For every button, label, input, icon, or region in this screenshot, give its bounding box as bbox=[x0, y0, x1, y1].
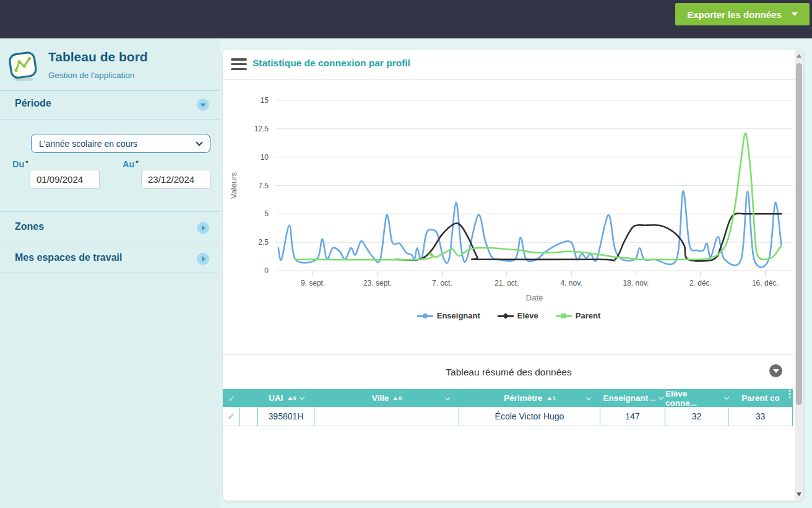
column-header-ville[interactable]: Ville 0 bbox=[314, 389, 459, 407]
svg-text:2.5: 2.5 bbox=[258, 238, 269, 247]
svg-text:Valeurs: Valeurs bbox=[229, 172, 238, 199]
legend-label: Enseignant bbox=[437, 311, 480, 320]
legend-label: Parent bbox=[576, 311, 600, 320]
sort-asc-icon bbox=[288, 396, 293, 400]
chart-menu-icon[interactable] bbox=[231, 58, 247, 70]
sort-order: 0 bbox=[293, 395, 296, 401]
du-label: Du* bbox=[12, 159, 28, 169]
table-collapse-button[interactable] bbox=[769, 364, 782, 377]
svg-text:18. nov.: 18. nov. bbox=[623, 279, 649, 287]
select-all-column-header[interactable]: ✓ bbox=[223, 389, 240, 407]
periode-select[interactable]: L'année scolaire en cours bbox=[31, 134, 210, 153]
check-icon: ✓ bbox=[227, 411, 235, 422]
svg-text:5: 5 bbox=[264, 209, 269, 218]
divider bbox=[0, 242, 220, 242]
chevron-right-icon bbox=[202, 225, 205, 231]
svg-text:0: 0 bbox=[264, 266, 269, 275]
cell-parent: 33 bbox=[728, 407, 793, 426]
svg-text:10: 10 bbox=[261, 153, 269, 162]
section-periode-toggle[interactable] bbox=[197, 99, 209, 111]
svg-text:Date: Date bbox=[526, 293, 543, 302]
scroll-up-icon[interactable] bbox=[797, 54, 801, 58]
page-subtitle: Gestion de l'application bbox=[48, 71, 134, 80]
chevron-right-icon bbox=[202, 256, 205, 262]
dashboard-app-icon bbox=[9, 51, 40, 82]
svg-text:21. oct.: 21. oct. bbox=[495, 279, 519, 287]
filter-chevron-icon[interactable] bbox=[445, 395, 450, 400]
legend-marker-icon bbox=[417, 313, 433, 319]
column-header-uai[interactable]: UAI 0 bbox=[258, 389, 314, 407]
export-data-button[interactable]: Exporter les données bbox=[675, 3, 810, 25]
scroll-down-icon[interactable] bbox=[797, 493, 801, 496]
legend-marker-icon bbox=[498, 313, 514, 319]
column-header-parent[interactable]: Parent co ⋮ bbox=[728, 389, 793, 407]
sort-order: 0 bbox=[399, 395, 402, 401]
cell-eleve: 32 bbox=[665, 407, 728, 426]
table-header-row: ✓ UAI 0 Ville 0 Périmètre 1 Enseignant .… bbox=[223, 389, 793, 407]
svg-text:9. sept.: 9. sept. bbox=[301, 279, 325, 287]
check-icon: ✓ bbox=[228, 393, 235, 403]
legend-label: Elève bbox=[517, 311, 538, 320]
chart-legend: EnseignantElèveParent bbox=[223, 311, 795, 320]
svg-text:23. sept.: 23. sept. bbox=[363, 279, 392, 287]
page-title: Tableau de bord bbox=[48, 50, 148, 64]
filter-chevron-icon[interactable] bbox=[658, 395, 663, 400]
cell-enseignant: 147 bbox=[600, 407, 665, 426]
cell-uai: 395801H bbox=[258, 407, 314, 426]
divider bbox=[0, 90, 220, 90]
sort-asc-icon bbox=[393, 396, 398, 400]
column-header-enseignant[interactable]: Enseignant .. bbox=[600, 389, 665, 407]
svg-text:7. oct.: 7. oct. bbox=[432, 279, 452, 287]
connection-statistics-chart: 02.557.51012.5159. sept.23. sept.7. oct.… bbox=[223, 87, 803, 305]
divider bbox=[0, 119, 220, 120]
divider bbox=[223, 79, 795, 80]
column-header-eleve[interactable]: Elève conne... bbox=[665, 389, 728, 407]
export-data-label: Exporter les données bbox=[687, 9, 782, 20]
svg-text:7.5: 7.5 bbox=[258, 182, 269, 190]
top-bar: Exporter les données bbox=[0, 0, 812, 38]
chevron-down-icon bbox=[773, 369, 779, 373]
spacer-column-header bbox=[240, 389, 258, 407]
required-asterisk: * bbox=[136, 159, 138, 167]
svg-text:16. déc.: 16. déc. bbox=[752, 279, 779, 287]
sort-order: 1 bbox=[553, 395, 556, 401]
row-spacer-cell bbox=[240, 407, 258, 426]
divider bbox=[0, 273, 220, 273]
scrollbar-thumb[interactable] bbox=[796, 63, 802, 405]
chevron-down-icon bbox=[792, 12, 798, 16]
main-panel: Statistique de connexion par profil 02.5… bbox=[223, 50, 803, 501]
panel-scrollbar[interactable] bbox=[795, 50, 803, 501]
column-header-perimetre[interactable]: Périmètre 1 bbox=[459, 389, 600, 407]
legend-item-elve[interactable]: Elève bbox=[498, 311, 538, 320]
section-periode-label: Période bbox=[15, 98, 51, 109]
divider bbox=[0, 211, 220, 212]
date-to-input[interactable] bbox=[141, 170, 211, 189]
sort-asc-icon bbox=[547, 396, 552, 400]
filter-chevron-icon[interactable] bbox=[299, 395, 304, 400]
svg-text:2. déc.: 2. déc. bbox=[689, 279, 712, 287]
cell-perimetre: École Victor Hugo bbox=[459, 407, 600, 426]
date-from-input[interactable] bbox=[30, 170, 100, 189]
sidebar: Tableau de bord Gestion de l'application… bbox=[0, 38, 220, 508]
filter-chevron-icon[interactable] bbox=[586, 395, 591, 400]
row-select-cell[interactable]: ✓ bbox=[223, 407, 240, 426]
svg-text:15: 15 bbox=[261, 96, 269, 105]
legend-item-parent[interactable]: Parent bbox=[556, 311, 600, 320]
table-title: Tableau résumé des données bbox=[223, 367, 795, 378]
cell-ville bbox=[314, 407, 459, 426]
divider bbox=[223, 354, 795, 355]
section-espaces-label: Mes espaces de travail bbox=[15, 252, 122, 263]
svg-text:4. nov.: 4. nov. bbox=[561, 279, 582, 287]
table-row[interactable]: ✓ 395801H École Victor Hugo 147 32 33 bbox=[223, 407, 793, 426]
section-espaces-toggle[interactable] bbox=[197, 253, 209, 265]
section-zones-toggle[interactable] bbox=[197, 222, 209, 234]
legend-marker-icon bbox=[556, 313, 572, 319]
chart-title: Statistique de connexion par profil bbox=[253, 58, 410, 69]
au-label: Au* bbox=[123, 159, 139, 169]
legend-item-enseignant[interactable]: Enseignant bbox=[417, 311, 480, 320]
required-asterisk: * bbox=[25, 159, 28, 167]
svg-text:12.5: 12.5 bbox=[254, 125, 269, 133]
section-zones-label: Zones bbox=[15, 221, 44, 232]
chevron-down-icon bbox=[200, 103, 206, 107]
column-menu-icon[interactable]: ⋮ bbox=[785, 392, 791, 396]
